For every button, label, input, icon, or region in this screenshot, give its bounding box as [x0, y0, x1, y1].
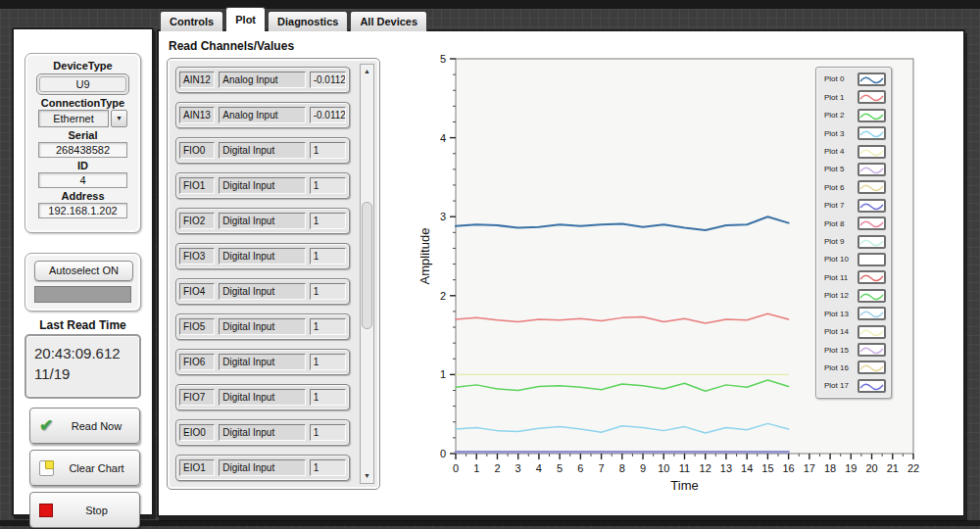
x-axis-title: Time [670, 478, 698, 493]
tab-plot[interactable]: Plot [225, 7, 266, 31]
address-value[interactable]: 192.168.1.202 [38, 203, 127, 218]
legend-entry[interactable]: Plot 15 [824, 342, 886, 359]
x-tick-label: 5 [557, 462, 563, 474]
plot-line-sample-icon [858, 270, 886, 284]
chevron-down-icon[interactable]: ▼ [111, 110, 127, 127]
x-tick-label: 15 [761, 462, 773, 474]
legend-entry[interactable]: Plot 12 [824, 287, 886, 304]
x-tick-label: 9 [640, 462, 646, 474]
address-label: Address [25, 190, 140, 202]
device-info-group: DeviceType U9 ConnectionType Ethernet ▼ … [24, 53, 141, 233]
legend-entry[interactable]: Plot 9 [824, 233, 886, 250]
x-tick-label: 20 [865, 462, 877, 474]
plot-line-sample-icon [858, 307, 886, 320]
x-tick-label: 13 [720, 462, 732, 474]
x-tick-label: 12 [700, 462, 711, 474]
checkmark-icon: ✔ [39, 415, 53, 436]
y-tick-label: 2 [440, 290, 446, 302]
x-tick-label: 19 [845, 462, 857, 474]
tab-bar: ControlsPlotDiagnosticsAll Devices [160, 7, 429, 31]
legend-entry-label: Plot 17 [824, 381, 858, 390]
x-tick-label: 8 [619, 462, 625, 474]
x-tick-label: 11 [679, 462, 690, 474]
plot-line-sample-icon [858, 180, 886, 194]
legend-entry[interactable]: Plot 10 [824, 251, 886, 267]
y-axis-title: Amplitude [417, 228, 432, 285]
legend-entry[interactable]: Plot 14 [824, 323, 886, 340]
id-value[interactable]: 4 [38, 172, 127, 188]
plot-line-sample-icon [858, 253, 886, 266]
legend-entry-label: Plot 13 [824, 310, 858, 318]
plot-line-sample-icon [858, 325, 886, 339]
x-tick-label: 10 [658, 462, 669, 474]
y-tick-label: 1 [440, 368, 446, 380]
legend-entry[interactable]: Plot 1 [824, 89, 886, 106]
legend-entry[interactable]: Plot 16 [824, 360, 886, 376]
legend-entry[interactable]: Plot 3 [824, 125, 886, 142]
autoselect-button[interactable]: Autoselect ON [34, 261, 133, 281]
x-tick-label: 16 [783, 462, 795, 474]
legend-entry[interactable]: Plot 7 [824, 197, 886, 214]
legend-entry[interactable]: Plot 6 [824, 179, 886, 196]
plot-line-sample-icon [858, 126, 886, 140]
read-now-button[interactable]: ✔ Read Now [29, 408, 140, 444]
clear-chart-label: Clear Chart [62, 462, 131, 474]
note-page-icon [39, 460, 54, 476]
x-tick-label: 1 [473, 462, 479, 474]
legend-entry-label: Plot 12 [824, 291, 858, 300]
autoselect-indicator [34, 286, 131, 303]
device-panel: DeviceType U9 ConnectionType Ethernet ▼ … [12, 27, 154, 516]
legend-entry-label: Plot 5 [824, 165, 858, 173]
legend-entry-label: Plot 7 [824, 201, 858, 210]
connection-type-dropdown[interactable]: Ethernet ▼ [38, 110, 127, 127]
serial-label: Serial [25, 129, 140, 141]
window-bottom-edge [0, 520, 980, 526]
legend-entry[interactable]: Plot 11 [824, 269, 886, 286]
last-read-date-value: 11/19 [34, 363, 139, 384]
stop-button[interactable]: Stop [29, 492, 140, 528]
last-read-time-label: Last Read Time [14, 318, 152, 332]
legend-entry[interactable]: Plot 8 [824, 216, 886, 232]
legend-entry-label: Plot 1 [824, 93, 858, 102]
plot-line-sample-icon [858, 289, 886, 303]
legend-entry[interactable]: Plot 5 [824, 161, 886, 177]
connection-type-value[interactable]: Ethernet [38, 110, 109, 127]
tab-all-devices[interactable]: All Devices [350, 11, 427, 31]
legend-entry-label: Plot 8 [824, 219, 858, 228]
legend-entry-label: Plot 11 [824, 273, 858, 282]
autoselect-group: Autoselect ON [24, 253, 141, 312]
clear-chart-button[interactable]: Clear Chart [29, 450, 140, 486]
legend-entry[interactable]: Plot 2 [824, 107, 886, 123]
legend-entry[interactable]: Plot 17 [824, 377, 886, 394]
x-tick-label: 3 [515, 462, 521, 474]
tab-diagnostics[interactable]: Diagnostics [268, 11, 348, 31]
x-tick-label: 18 [824, 462, 836, 474]
legend-entry[interactable]: Plot 13 [824, 306, 886, 322]
plot-line-sample-icon [858, 379, 886, 393]
plot-line-sample-icon [858, 235, 886, 249]
device-type-label: DeviceType [25, 60, 140, 72]
legend-entry-label: Plot 9 [824, 237, 858, 246]
plot-line-sample-icon [858, 72, 886, 86]
y-tick-label: 5 [440, 53, 446, 65]
device-type-field[interactable]: U9 [36, 73, 129, 95]
legend-entry[interactable]: Plot 0 [824, 71, 886, 87]
read-now-label: Read Now [62, 420, 131, 432]
plot-line-sample-icon [858, 361, 886, 374]
legend-entry-label: Plot 0 [824, 74, 858, 83]
legend-entry-label: Plot 10 [824, 255, 858, 264]
tab-controls[interactable]: Controls [160, 11, 223, 31]
legend-entry-label: Plot 4 [824, 147, 858, 156]
y-tick-label: 0 [440, 448, 446, 459]
plot-line-sample-icon [858, 216, 886, 230]
x-tick-label: 0 [453, 462, 459, 474]
plot-line-sample-icon [858, 199, 886, 213]
serial-value[interactable]: 268438582 [38, 142, 127, 158]
plot-legend[interactable]: Plot 0Plot 1Plot 2Plot 3Plot 4Plot 5Plot… [815, 67, 892, 399]
x-tick-label: 6 [577, 462, 583, 474]
last-read-time-display: 20:43:09.612 11/19 [24, 334, 141, 399]
legend-entry-label: Plot 14 [824, 327, 858, 336]
connection-type-label: ConnectionType [25, 97, 140, 109]
legend-entry-label: Plot 6 [824, 183, 858, 192]
legend-entry[interactable]: Plot 4 [824, 143, 886, 160]
